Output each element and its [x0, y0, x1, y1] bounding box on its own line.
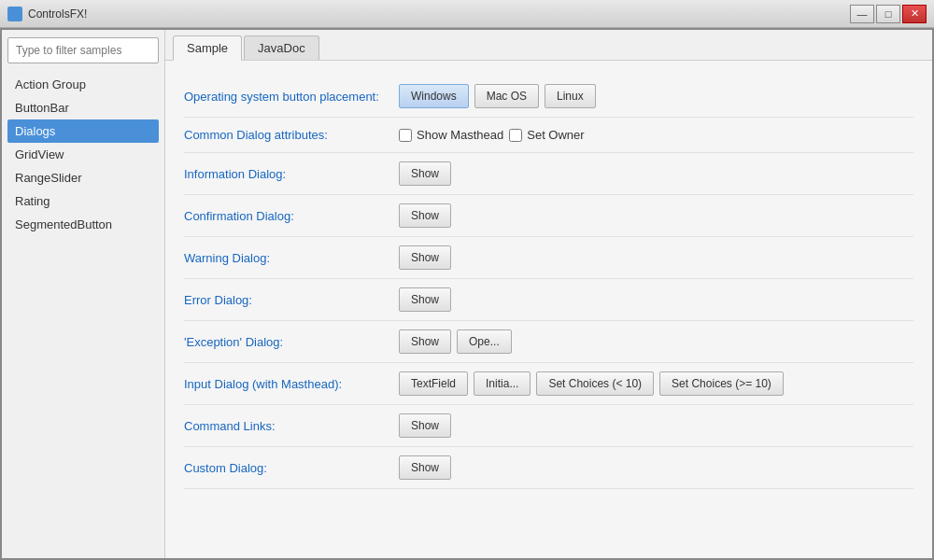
label-warning-dialog: Warning Dialog:: [184, 251, 399, 265]
row-exception-dialog: 'Exception' Dialog:ShowOpe...: [184, 321, 913, 363]
tab-sample[interactable]: Sample: [173, 35, 242, 61]
title-bar: ControlsFX! — □ ✕: [0, 0, 934, 28]
label-confirmation-dialog: Confirmation Dialog:: [184, 209, 399, 223]
btn-input-dialog-set-choices-(-10)[interactable]: Set Choices (< 10): [536, 371, 654, 396]
panel-content: Operating system button placement:Window…: [165, 61, 932, 558]
search-input[interactable]: [7, 37, 159, 63]
btn-information-dialog-show[interactable]: Show: [399, 161, 451, 186]
label-information-dialog: Information Dialog:: [184, 167, 399, 181]
row-error-dialog: Error Dialog:Show: [184, 279, 913, 321]
title-bar-title: ControlsFX!: [28, 7, 87, 21]
controls-warning-dialog: Show: [399, 245, 451, 270]
checkbox-show-masthead[interactable]: [399, 129, 412, 142]
content-area: Action GroupButtonBarDialogsGridViewRang…: [2, 30, 932, 558]
label-input-dialog: Input Dialog (with Masthead):: [184, 377, 399, 391]
maximize-button[interactable]: □: [876, 5, 900, 23]
checkbox-label-set-owner[interactable]: Set Owner: [509, 128, 584, 142]
minimize-button[interactable]: —: [850, 5, 874, 23]
controls-common-dialog: Show MastheadSet Owner: [399, 128, 585, 142]
btn-error-dialog-show[interactable]: Show: [399, 287, 451, 312]
row-command-links: Command Links:Show: [184, 405, 913, 447]
title-bar-left: ControlsFX!: [7, 7, 87, 21]
btn-warning-dialog-show[interactable]: Show: [399, 245, 451, 270]
main-window: Action GroupButtonBarDialogsGridViewRang…: [0, 28, 934, 560]
btn-exception-dialog-show[interactable]: Show: [399, 329, 451, 354]
btn-input-dialog-set-choices-(-10)[interactable]: Set Choices (>= 10): [659, 371, 784, 396]
checkbox-label-show-masthead[interactable]: Show Masthead: [399, 128, 503, 142]
row-confirmation-dialog: Confirmation Dialog:Show: [184, 195, 913, 237]
controls-confirmation-dialog: Show: [399, 203, 451, 228]
row-input-dialog: Input Dialog (with Masthead):TextFieldIn…: [184, 363, 913, 405]
controls-command-links: Show: [399, 413, 451, 438]
main-panel: SampleJavaDoc Operating system button pl…: [165, 30, 932, 558]
label-custom-dialog: Custom Dialog:: [184, 461, 399, 475]
row-common-dialog: Common Dialog attributes:Show MastheadSe…: [184, 118, 913, 153]
btn-exception-dialog-ope...[interactable]: Ope...: [457, 329, 512, 354]
btn-command-links-show[interactable]: Show: [399, 413, 451, 438]
title-bar-controls: — □ ✕: [850, 5, 927, 23]
sidebar-item-dialogs[interactable]: Dialogs: [7, 119, 159, 143]
sidebar-item-action-group[interactable]: Action Group: [7, 73, 159, 96]
btn-confirmation-dialog-show[interactable]: Show: [399, 203, 451, 228]
close-button[interactable]: ✕: [902, 5, 927, 23]
checkbox-set-owner[interactable]: [509, 129, 522, 142]
row-custom-dialog: Custom Dialog:Show: [184, 447, 913, 489]
sidebar: Action GroupButtonBarDialogsGridViewRang…: [2, 30, 165, 558]
checkbox-text-show-masthead: Show Masthead: [417, 128, 503, 142]
os-btn-linux[interactable]: Linux: [545, 84, 596, 108]
controls-information-dialog: Show: [399, 161, 451, 186]
os-btn-windows[interactable]: Windows: [399, 84, 469, 108]
btn-custom-dialog-show[interactable]: Show: [399, 455, 451, 480]
checkbox-text-set-owner: Set Owner: [527, 128, 584, 142]
btn-input-dialog-initia...[interactable]: Initia...: [474, 371, 531, 396]
label-os-buttons: Operating system button placement:: [184, 90, 399, 104]
sidebar-item-rating[interactable]: Rating: [7, 189, 159, 213]
tab-javadoc[interactable]: JavaDoc: [244, 35, 319, 60]
app-icon: [7, 7, 22, 21]
btn-input-dialog-textfield[interactable]: TextField: [399, 371, 468, 396]
controls-error-dialog: Show: [399, 287, 451, 312]
label-command-links: Command Links:: [184, 419, 399, 433]
controls-input-dialog: TextFieldInitia...Set Choices (< 10)Set …: [399, 371, 784, 396]
row-information-dialog: Information Dialog:Show: [184, 153, 913, 195]
sidebar-item-grid-view[interactable]: GridView: [7, 143, 159, 166]
tabs: SampleJavaDoc: [165, 30, 932, 61]
label-error-dialog: Error Dialog:: [184, 293, 399, 307]
row-os-buttons: Operating system button placement:Window…: [184, 76, 913, 118]
sidebar-item-button-bar[interactable]: ButtonBar: [7, 96, 159, 119]
label-exception-dialog: 'Exception' Dialog:: [184, 335, 399, 349]
controls-custom-dialog: Show: [399, 455, 451, 480]
row-warning-dialog: Warning Dialog:Show: [184, 237, 913, 279]
controls-os-buttons: WindowsMac OSLinux: [399, 84, 596, 108]
sidebar-item-segmented-button[interactable]: SegmentedButton: [7, 213, 159, 236]
os-btn-mac-os[interactable]: Mac OS: [474, 84, 539, 108]
controls-exception-dialog: ShowOpe...: [399, 329, 512, 354]
label-common-dialog: Common Dialog attributes:: [184, 128, 399, 142]
sidebar-item-range-slider[interactable]: RangeSlider: [7, 166, 159, 189]
